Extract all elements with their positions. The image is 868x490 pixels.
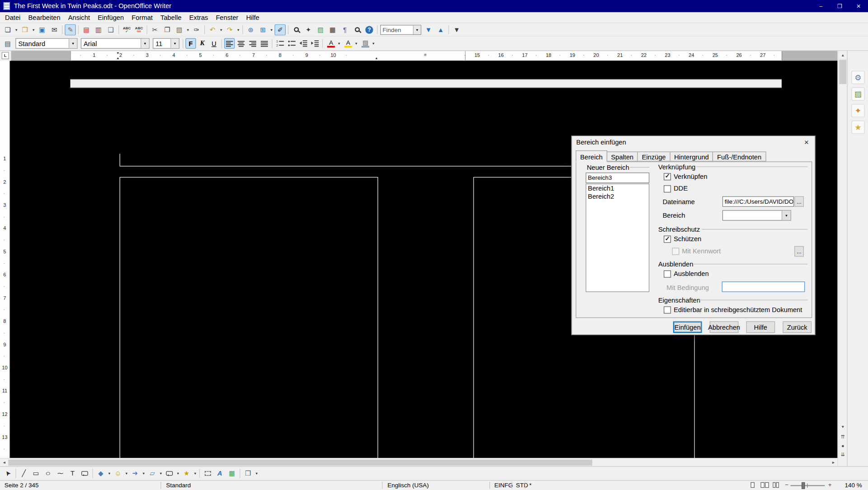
sidebar-navigator-icon[interactable]: ✦ (851, 104, 864, 117)
menu-extras[interactable]: Extras (185, 13, 212, 23)
protect-checkbox-label[interactable]: Schützen (674, 235, 701, 243)
section-list-item[interactable]: Bereich2 (586, 192, 648, 200)
horizontal-scrollbar-thumb[interactable] (8, 460, 592, 466)
zoom-icon[interactable] (352, 24, 363, 35)
points-icon[interactable] (202, 468, 213, 479)
paste-icon[interactable]: ▧ (174, 24, 185, 35)
table-icon[interactable]: ⊞ (258, 24, 269, 35)
new-document-icon-dropdown-icon[interactable]: ▼ (14, 24, 19, 35)
paragraph-style-value[interactable]: Standard (16, 40, 69, 47)
font-color-dropdown-icon[interactable]: ▼ (337, 38, 342, 49)
italic-button[interactable]: K (197, 38, 207, 48)
select-icon[interactable]: ➤ (2, 468, 14, 479)
tab-spalten[interactable]: Spalten (606, 152, 638, 162)
find-dropdown-icon[interactable]: ▼ (413, 25, 421, 34)
find-next-icon[interactable]: ▼ (423, 24, 434, 35)
scroll-left-icon[interactable]: ◄ (0, 458, 8, 467)
find-input-text[interactable]: Finden (381, 26, 413, 33)
find-replace-icon[interactable] (291, 24, 302, 35)
page-preview-icon[interactable]: ❑ (105, 24, 117, 35)
stars-icon-dropdown-icon[interactable]: ▼ (192, 468, 197, 479)
scroll-right-icon[interactable]: ► (829, 458, 837, 467)
undo-icon-dropdown-icon[interactable]: ▼ (219, 24, 224, 35)
bold-button[interactable]: F (185, 38, 196, 48)
multi-page-view-icon[interactable] (760, 482, 769, 488)
underline-button[interactable]: U (209, 38, 219, 48)
save-icon[interactable]: ▣ (37, 24, 48, 35)
freeform-line-icon[interactable]: ∼ (55, 468, 66, 479)
zoom-slider-thumb[interactable] (802, 482, 805, 489)
paragraph-style-combobox[interactable]: Standard ▼ (15, 38, 77, 48)
toolbar-options-icon[interactable]: ▼ (451, 24, 462, 35)
align-right-button[interactable] (248, 38, 258, 48)
extrusion-icon-dropdown-icon[interactable]: ▼ (254, 468, 259, 479)
decrease-indent-button[interactable] (298, 38, 308, 48)
open-icon-dropdown-icon[interactable]: ▼ (31, 24, 36, 35)
menu-tabelle[interactable]: Tabelle (156, 13, 185, 23)
open-icon[interactable]: ❒ (19, 24, 31, 35)
link-checkbox-label[interactable]: Verknüpfen (674, 173, 707, 180)
status-page-number[interactable]: Seite 2 / 345 (5, 482, 39, 489)
justify-button[interactable] (259, 38, 269, 48)
basic-shapes-icon-dropdown-icon[interactable]: ▼ (107, 468, 112, 479)
zoom-slider[interactable] (790, 485, 825, 486)
flowchart-icon-dropdown-icon[interactable]: ▼ (158, 468, 163, 479)
ellipse-icon[interactable]: ○ (42, 468, 54, 479)
callouts-icon-dropdown-icon[interactable]: ▼ (175, 468, 180, 479)
text-frame-left[interactable] (120, 177, 378, 458)
tab-stop-selector[interactable]: L (2, 52, 9, 59)
chevron-down-icon[interactable]: ▼ (69, 39, 77, 48)
navigator-icon[interactable]: ✦ (303, 24, 314, 35)
password-checkbox[interactable] (672, 248, 679, 255)
styles-panel-icon[interactable]: ▤ (2, 38, 14, 49)
font-color-button[interactable]: A (325, 38, 337, 48)
font-name-combobox[interactable]: Arial ▼ (81, 38, 150, 48)
sidebar-styles-icon[interactable]: ★ (851, 121, 864, 134)
font-name-value[interactable]: Arial (81, 40, 141, 47)
send-email-icon[interactable]: ✉ (49, 24, 60, 35)
dialog-close-icon[interactable]: ✕ (798, 136, 815, 148)
basic-shapes-icon[interactable]: ◆ (95, 468, 107, 479)
find-previous-icon[interactable]: ▲ (435, 24, 446, 35)
filename-browse-button[interactable]: ... (794, 196, 804, 207)
status-insert-mode[interactable]: EINFG (494, 482, 513, 489)
scroll-down-icon[interactable]: ▼ (838, 423, 848, 431)
line-icon[interactable]: ╱ (18, 468, 29, 479)
background-color-dropdown-icon[interactable]: ▼ (371, 38, 376, 49)
condition-input[interactable] (722, 281, 805, 292)
dde-checkbox-label[interactable]: DDE (674, 185, 688, 192)
vertical-scrollbar[interactable]: ▲ ▼ ⇈ ● ⇊ (838, 51, 847, 467)
numbered-list-button[interactable]: 12 (275, 38, 285, 48)
fontwork-gallery-icon[interactable]: A (214, 468, 225, 479)
next-page-icon[interactable]: ⇊ (838, 450, 848, 459)
close-button[interactable]: ✕ (849, 0, 868, 12)
insert-button[interactable]: Einfügen (673, 321, 702, 333)
nonprinting-characters-icon[interactable]: ¶ (339, 24, 351, 35)
sidebar-gallery-icon[interactable]: ▨ (851, 87, 864, 100)
back-button[interactable]: Zurück (783, 321, 812, 333)
hide-checkbox-label[interactable]: Ausblenden (674, 270, 709, 278)
sidebar-properties-icon[interactable]: ⚙ (851, 71, 864, 84)
hyperlink-icon[interactable]: ⊛ (245, 24, 257, 35)
new-document-icon[interactable]: ❏ (2, 24, 14, 35)
menu-format[interactable]: Format (128, 13, 157, 23)
find-toolbar-input[interactable]: Finden▼ (380, 24, 422, 34)
redo-icon-dropdown-icon[interactable]: ▼ (236, 24, 241, 35)
filename-input[interactable]: file:///C:/Users/DAVID/DOWN (723, 196, 794, 207)
auto-spellcheck-icon[interactable]: ABC≈≈ (133, 24, 145, 35)
navigation-icon[interactable]: ● (838, 441, 848, 450)
highlighting-dropdown-icon[interactable]: ▼ (354, 38, 359, 49)
spellcheck-icon[interactable]: ABC✓ (121, 24, 132, 35)
scroll-up-icon[interactable]: ▲ (838, 51, 848, 59)
status-page-style[interactable]: Standard (166, 482, 191, 489)
section-list-item[interactable]: Bereich1 (586, 184, 648, 192)
cut-icon[interactable]: ✂ (150, 24, 161, 35)
data-sources-icon[interactable]: ▦ (327, 24, 338, 35)
bullet-list-button[interactable] (286, 38, 296, 48)
menu-bearbeiten[interactable]: Bearbeiten (24, 13, 64, 23)
align-left-button[interactable] (224, 38, 235, 48)
stars-icon[interactable]: ★ (181, 468, 192, 479)
section-list[interactable]: Bereich1Bereich2 (586, 184, 649, 292)
protect-checkbox[interactable] (664, 236, 671, 243)
editable-checkbox-label[interactable]: Editierbar in schreibgeschütztem Dokumen… (674, 306, 802, 313)
